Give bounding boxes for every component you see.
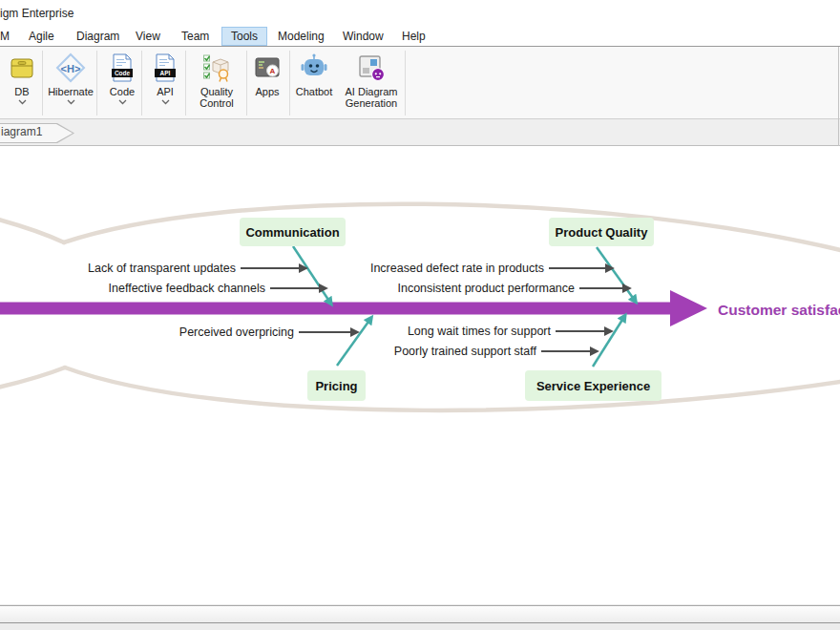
- bone-service-experience[interactable]: [593, 320, 622, 367]
- window-title: igm Enterprise: [0, 7, 74, 20]
- menu-item-modeling[interactable]: Modeling: [274, 27, 328, 46]
- tab-diagram1-label: iagram1: [1, 125, 42, 138]
- menu-item-tools[interactable]: Tools: [221, 27, 267, 46]
- code-button[interactable]: Code Code: [101, 52, 143, 105]
- apps-label: Apps: [255, 86, 279, 97]
- apps-button[interactable]: A Apps: [248, 52, 286, 97]
- menu-item-view[interactable]: View: [132, 27, 164, 46]
- menu-item-diagram[interactable]: Diagram: [73, 27, 123, 46]
- code-document-icon: Code: [107, 52, 137, 83]
- category-service-experience[interactable]: Service Experience: [525, 370, 662, 401]
- category-label: Service Experience: [536, 379, 650, 393]
- quality-control-button[interactable]: Quality Control: [189, 52, 244, 109]
- api-button[interactable]: API API: [145, 52, 185, 105]
- category-product-quality[interactable]: Product Quality: [549, 218, 654, 246]
- menu-item-team[interactable]: Team: [178, 27, 213, 46]
- category-label: Communication: [245, 225, 339, 240]
- database-drawer-icon: [7, 52, 37, 83]
- apps-icon: A: [252, 52, 283, 83]
- category-label: Product Quality: [556, 225, 649, 240]
- quality-control-label: Quality Control: [189, 86, 244, 109]
- chevron-down-icon[interactable]: [67, 99, 75, 105]
- db-button[interactable]: DB: [4, 52, 40, 105]
- cause-label[interactable]: Inconsistent product performance: [397, 282, 575, 295]
- application-window: igm Enterprise M Agile Diagram View Team…: [0, 0, 840, 630]
- ai-diagram-generation-button[interactable]: AI Diagram Generation: [340, 52, 403, 109]
- bottom-scrollbar-area: [0, 604, 840, 630]
- title-bar: igm Enterprise: [0, 0, 840, 27]
- bone-pricing[interactable]: [337, 322, 368, 366]
- fishbone-diagram: Customer satisfaction Lack of transparen…: [0, 146, 840, 604]
- menu-item-window[interactable]: Window: [339, 27, 388, 46]
- toolbar-separator: [42, 51, 43, 116]
- cause-label[interactable]: Ineffective feedback channels: [109, 282, 265, 295]
- chevron-down-icon[interactable]: [118, 99, 127, 105]
- toolbar-separator: [246, 51, 247, 116]
- bone-product-quality[interactable]: [597, 247, 633, 298]
- quality-checklist-icon: [201, 52, 232, 83]
- cause-label[interactable]: Lack of transparent updates: [88, 262, 236, 275]
- menu-item-agile[interactable]: Agile: [25, 27, 58, 46]
- api-label: API: [157, 86, 174, 97]
- spine-arrow[interactable]: [0, 290, 707, 326]
- svg-text:A: A: [270, 67, 276, 75]
- chevron-down-icon[interactable]: [161, 99, 170, 105]
- ai-diagram-generation-label: AI Diagram Generation: [340, 86, 403, 109]
- menu-bar: M Agile Diagram View Team Tools Modeling…: [0, 27, 840, 47]
- menu-item-cutoff[interactable]: M: [0, 27, 13, 46]
- hibernate-label: Hibernate: [48, 86, 94, 97]
- diagram-tab-bar: iagram1: [0, 119, 840, 146]
- svg-text:<H>: <H>: [61, 63, 81, 74]
- category-pricing[interactable]: Pricing: [307, 370, 366, 401]
- svg-text:API: API: [160, 70, 171, 76]
- ribbon-toolbar: DB <H> Hibernate Code Code: [0, 47, 840, 119]
- cause-label[interactable]: Perceived overpricing: [179, 326, 294, 339]
- hibernate-button[interactable]: <H> Hibernate: [46, 52, 95, 105]
- cause-label[interactable]: Increased defect rate in products: [370, 262, 544, 275]
- toolbar-separator: [289, 51, 290, 116]
- window-right-border: [838, 47, 839, 146]
- svg-text:Code: Code: [115, 70, 131, 76]
- hibernate-icon: <H>: [55, 52, 86, 83]
- category-communication[interactable]: Communication: [240, 218, 346, 246]
- chevron-down-icon[interactable]: [18, 99, 27, 105]
- code-label: Code: [110, 86, 135, 97]
- toolbar-separator: [96, 51, 97, 116]
- db-label: DB: [14, 86, 29, 97]
- cause-label[interactable]: Long wait times for support: [408, 325, 552, 338]
- horizontal-scrollbar[interactable]: [0, 605, 840, 623]
- bone-communication[interactable]: [293, 246, 328, 300]
- effect-label[interactable]: Customer satisfaction: [718, 302, 840, 318]
- api-document-icon: API: [150, 52, 180, 83]
- toolbar-separator: [405, 51, 406, 116]
- chatbot-label: Chatbot: [296, 86, 333, 97]
- ai-diagram-icon: [356, 52, 387, 83]
- cause-label[interactable]: Poorly trained support staff: [394, 345, 537, 358]
- category-label: Pricing: [315, 379, 357, 393]
- tab-diagram1[interactable]: iagram1: [0, 123, 76, 143]
- menu-item-help[interactable]: Help: [398, 27, 430, 46]
- diagram-canvas[interactable]: Customer satisfaction Lack of transparen…: [0, 146, 840, 604]
- chatbot-button[interactable]: Chatbot: [291, 52, 337, 97]
- toolbar-separator: [185, 51, 186, 116]
- robot-chatbot-icon: [299, 52, 329, 83]
